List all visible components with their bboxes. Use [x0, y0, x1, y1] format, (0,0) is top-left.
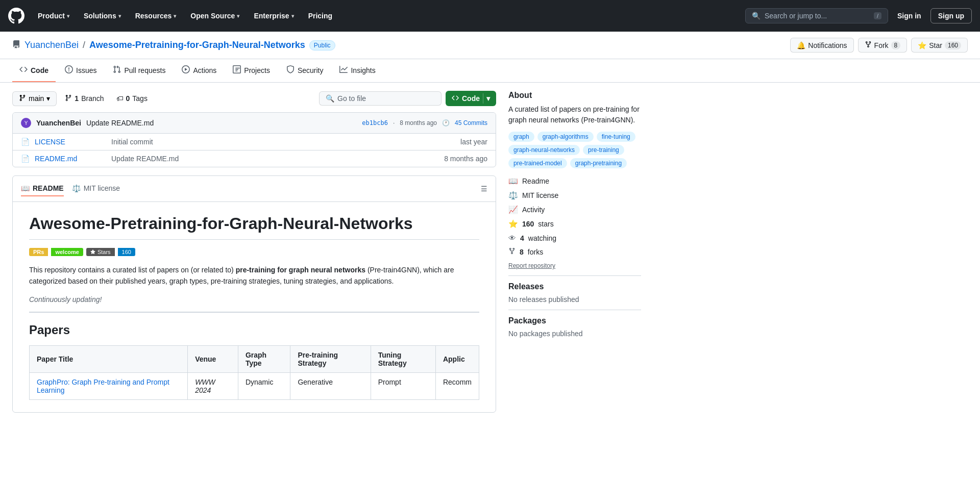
fork-count: 8	[891, 41, 901, 49]
readme-menu-icon[interactable]: ☰	[481, 185, 487, 193]
code-main-button[interactable]: Code	[462, 94, 480, 103]
stars-label: stars	[538, 220, 553, 228]
commit-message: Update README.md	[86, 119, 154, 127]
repo-name-link[interactable]: Awesome-Pretraining-for-Graph-Neural-Net…	[89, 40, 305, 50]
solutions-nav-item[interactable]: Solutions ▾	[79, 8, 126, 24]
file-row-license: 📄 LICENSE Initial commit last year	[13, 134, 496, 150]
license-file-time: last year	[460, 138, 487, 146]
actions-tab-icon	[182, 65, 190, 75]
search-box[interactable]: 🔍 Search or jump to... /	[745, 8, 888, 23]
branch-selector[interactable]: main ▾	[12, 91, 57, 106]
readme-divider	[29, 312, 479, 313]
watching-stat[interactable]: 👁 4 watching	[508, 234, 641, 242]
tab-actions[interactable]: Actions	[175, 59, 224, 82]
repo-owner-link[interactable]: YuanchenBei	[24, 40, 79, 50]
topic-graph-neural-networks[interactable]: graph-neural-networks	[508, 145, 580, 155]
go-to-file-input[interactable]: 🔍 Go to file	[319, 91, 442, 106]
stars-stat[interactable]: ⭐ 160 stars	[508, 219, 641, 229]
topics-list: graph graph-algorithms fine-tuning graph…	[508, 132, 641, 168]
activity-stat-label: Activity	[522, 206, 545, 214]
open-source-chevron-icon: ▾	[237, 13, 239, 19]
readme-updating-note: Continuously updating!	[29, 295, 479, 304]
packages-empty: No packages published	[508, 330, 641, 338]
col-pretraining-strategy: Pre-training Strategy	[290, 345, 371, 372]
topic-graph-algorithms[interactable]: graph-algorithms	[537, 132, 594, 142]
readme-badges: PRswelcome Stars 160	[29, 248, 479, 256]
license-commit-message: Initial commit	[111, 138, 455, 146]
pull-requests-tab-label: Pull requests	[124, 66, 165, 74]
topic-fine-tuning[interactable]: fine-tuning	[597, 132, 635, 142]
paper-graph-type-cell: Dynamic	[238, 372, 290, 399]
commits-link[interactable]: 45 Commits	[455, 119, 487, 127]
tag-count: 0	[126, 94, 130, 103]
branch-bar: main ▾ 1 Branch 🏷 0 Tags 🔍 Go to file	[12, 91, 496, 106]
resources-nav-item[interactable]: Resources ▾	[130, 8, 182, 24]
topic-graph[interactable]: graph	[508, 132, 534, 142]
code-tab-label: Code	[31, 66, 48, 74]
mit-license-tab[interactable]: ⚖️ MIT license	[72, 181, 120, 196]
fork-stat-icon	[508, 247, 516, 256]
balance-stat-icon: ⚖️	[508, 191, 518, 200]
readme-box: 📖 README ⚖️ MIT license ☰ Awesome-Pretra…	[12, 175, 496, 413]
actions-tab-label: Actions	[193, 66, 216, 74]
forks-count: 8	[520, 248, 524, 256]
activity-stat[interactable]: 📈 Activity	[508, 205, 641, 214]
commit-time: 8 months ago	[400, 119, 437, 127]
branch-name: main	[29, 94, 44, 103]
sign-up-button[interactable]: Sign up	[930, 8, 972, 23]
enterprise-chevron-icon: ▾	[291, 13, 294, 19]
license-file-link[interactable]: LICENSE	[35, 138, 106, 146]
enterprise-nav-item[interactable]: Enterprise ▾	[249, 8, 299, 24]
product-chevron-icon: ▾	[67, 13, 69, 19]
topic-pre-trained-model[interactable]: pre-trained-model	[508, 158, 567, 168]
tab-pull-requests[interactable]: Pull requests	[106, 59, 173, 82]
open-source-nav-item[interactable]: Open Source ▾	[185, 8, 244, 24]
topic-pre-training[interactable]: pre-training	[583, 145, 624, 155]
fork-button[interactable]: Fork 8	[858, 38, 908, 53]
releases-title: Releases	[508, 282, 641, 291]
star-button[interactable]: ⭐ Star 160	[911, 38, 968, 53]
branch-chevron-icon: ▾	[46, 94, 50, 103]
issues-tab-icon	[65, 65, 73, 75]
readme-file-link[interactable]: README.md	[35, 155, 106, 163]
tab-insights[interactable]: Insights	[332, 59, 382, 82]
issues-tab-label: Issues	[76, 66, 96, 74]
report-repository-link[interactable]: Report repository	[508, 262, 555, 269]
topic-graph-pretraining[interactable]: graph-pretraining	[570, 158, 627, 168]
col-tuning-strategy: Tuning Strategy	[371, 345, 435, 372]
releases-empty: No releases published	[508, 295, 641, 304]
tab-code[interactable]: Code	[12, 59, 56, 82]
commit-hash[interactable]: eb1bcb6	[362, 119, 388, 127]
repo-type-icon	[12, 40, 20, 50]
paper-title-cell[interactable]: GraphPro: Graph Pre-training and Prompt …	[30, 372, 188, 399]
commit-author[interactable]: YuanchenBei	[36, 119, 81, 127]
sign-in-button[interactable]: Sign in	[892, 8, 926, 24]
notifications-button[interactable]: 🔔 Notifications	[790, 38, 853, 53]
pricing-nav-item[interactable]: Pricing	[303, 8, 337, 24]
packages-title: Packages	[508, 316, 641, 325]
branch-count: 1	[75, 94, 79, 103]
readme-tab[interactable]: 📖 README	[21, 181, 64, 196]
sidebar: About A curated list of papers on pre-tr…	[508, 91, 641, 413]
tab-issues[interactable]: Issues	[58, 59, 104, 82]
clock-icon: 🕐	[442, 119, 450, 127]
tab-security[interactable]: Security	[279, 59, 331, 82]
watching-label: watching	[528, 234, 556, 242]
book-stat-icon: 📖	[508, 176, 518, 186]
papers-table: Paper Title Venue Graph Type Pre-trainin…	[29, 345, 479, 400]
projects-tab-label: Projects	[244, 66, 270, 74]
search-icon: 🔍	[326, 94, 334, 103]
tag-count-button[interactable]: 🏷 0 Tags	[112, 92, 152, 105]
tab-projects[interactable]: Projects	[226, 59, 277, 82]
readme-papers-section: Papers	[29, 323, 479, 337]
product-nav-item[interactable]: Product ▾	[33, 8, 75, 24]
code-dropdown-icon[interactable]: ▾	[486, 94, 490, 103]
repo-header: YuanchenBei / Awesome-Pretraining-for-Gr…	[0, 32, 980, 59]
branch-count-button[interactable]: 1 Branch	[61, 92, 108, 106]
readme-stat[interactable]: 📖 Readme	[508, 176, 641, 186]
forks-stat[interactable]: 8 forks	[508, 247, 641, 256]
insights-tab-label: Insights	[351, 66, 375, 74]
github-logo[interactable]	[8, 8, 24, 24]
license-stat-label: MIT license	[522, 191, 558, 199]
license-stat[interactable]: ⚖️ MIT license	[508, 191, 641, 200]
